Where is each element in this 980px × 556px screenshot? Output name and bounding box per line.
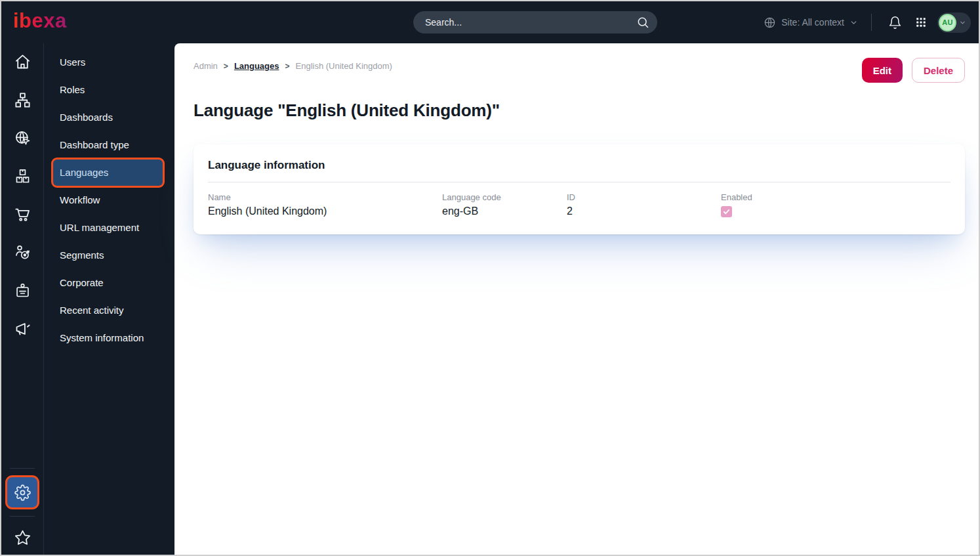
- chevron-down-icon: [849, 18, 858, 27]
- sidebar-item-workflow[interactable]: Workflow: [53, 187, 163, 213]
- breadcrumb-separator: >: [285, 62, 290, 71]
- sidebar-item-corporate[interactable]: Corporate: [53, 270, 163, 296]
- field-label: Language code: [442, 192, 567, 202]
- site-context-switcher[interactable]: Site: All context: [764, 16, 858, 29]
- sidebar-item-dashboards[interactable]: Dashboards: [53, 104, 163, 131]
- breadcrumb-item-admin: Admin: [194, 61, 218, 71]
- globe-icon: [764, 16, 776, 29]
- app-window: ibexa Site: All context: [0, 0, 980, 556]
- page-title: Language "English (United Kingdom)": [194, 100, 965, 121]
- topbar-right-controls: Site: All context: [764, 1, 971, 43]
- boxes-icon: [14, 167, 31, 185]
- sidebar-item-dashboard-type[interactable]: Dashboard type: [53, 132, 163, 158]
- field-language-code: Language code eng-GB: [442, 192, 567, 217]
- rail-item-commerce[interactable]: [10, 205, 34, 223]
- delete-button[interactable]: Delete: [912, 58, 965, 83]
- field-value: 2: [567, 205, 721, 217]
- home-icon: [14, 53, 31, 71]
- field-value: English (United Kingdom): [208, 205, 442, 217]
- sidebar-item-users[interactable]: Users: [53, 49, 163, 75]
- page-actions: Edit Delete: [862, 58, 965, 83]
- app-grid-button[interactable]: [911, 12, 931, 32]
- rail-item-site[interactable]: [10, 129, 34, 147]
- globe-cursor-icon: [14, 129, 31, 147]
- rail-divider: [10, 516, 35, 517]
- breadcrumb-item-current: English (United Kingdom): [296, 61, 392, 71]
- bell-icon: [888, 16, 902, 30]
- breadcrumb-separator: >: [224, 62, 228, 71]
- enabled-checkbox: [721, 206, 732, 217]
- topbar: ibexa Site: All context: [1, 1, 979, 43]
- field-label: Enabled: [721, 192, 950, 202]
- sitemap-icon: [14, 91, 31, 109]
- grid-icon: [915, 16, 927, 28]
- rail-item-content-structure[interactable]: [10, 91, 34, 109]
- sidebar-item-segments[interactable]: Segments: [53, 242, 163, 268]
- sidebar-item-system-information[interactable]: System information: [53, 325, 163, 351]
- main-content: Admin > Languages > English (United King…: [174, 43, 979, 556]
- rail-item-home[interactable]: [10, 53, 34, 71]
- star-icon: [14, 529, 31, 547]
- sidebar-item-roles[interactable]: Roles: [53, 77, 163, 103]
- language-fields: Name English (United Kingdom) Language c…: [208, 192, 950, 217]
- rail-item-marketing[interactable]: [10, 319, 34, 337]
- sidebar-item-languages[interactable]: Languages: [53, 160, 163, 186]
- rail-bottom-group: [1, 463, 43, 556]
- edit-button[interactable]: Edit: [862, 58, 903, 83]
- person-target-icon: [14, 244, 31, 261]
- search-input[interactable]: [424, 16, 636, 28]
- field-name: Name English (United Kingdom): [208, 192, 442, 217]
- field-label: Name: [208, 192, 442, 202]
- rail-item-personalization[interactable]: [10, 243, 34, 261]
- topbar-divider: [871, 14, 872, 31]
- card-title: Language information: [208, 159, 950, 172]
- megaphone-icon: [14, 320, 31, 337]
- field-value: eng-GB: [442, 205, 567, 217]
- settings-button[interactable]: [7, 477, 37, 507]
- global-search[interactable]: [413, 11, 657, 33]
- id-badge-icon: [14, 282, 31, 299]
- gear-icon: [14, 484, 31, 501]
- breadcrumb-item-languages[interactable]: Languages: [234, 61, 279, 71]
- user-menu-button[interactable]: AU: [937, 12, 971, 33]
- settings-menu: Users Roles Dashboards Dashboard type La…: [43, 43, 174, 556]
- card-divider: [208, 182, 950, 182]
- favorites-button[interactable]: [10, 527, 34, 548]
- breadcrumb: Admin > Languages > English (United King…: [194, 61, 392, 71]
- check-icon: [723, 208, 730, 215]
- chevron-down-icon: [959, 19, 966, 26]
- user-avatar: AU: [939, 14, 956, 32]
- field-enabled: Enabled: [721, 192, 950, 217]
- icon-rail: [1, 43, 43, 556]
- sidebar-item-recent-activity[interactable]: Recent activity: [53, 297, 163, 324]
- language-info-card: Language information Name English (Unite…: [194, 144, 965, 234]
- field-id: ID 2: [567, 192, 721, 217]
- rail-divider: [10, 468, 35, 469]
- search-icon: [636, 16, 649, 29]
- cart-icon: [14, 205, 31, 223]
- field-label: ID: [567, 192, 721, 202]
- sidebar-item-url-management[interactable]: URL management: [53, 215, 163, 241]
- site-context-label: Site: All context: [781, 17, 844, 28]
- ibexa-logo[interactable]: ibexa: [13, 11, 67, 31]
- rail-item-products[interactable]: [10, 167, 34, 185]
- rail-item-corporate[interactable]: [10, 281, 34, 299]
- notifications-button[interactable]: [885, 12, 905, 32]
